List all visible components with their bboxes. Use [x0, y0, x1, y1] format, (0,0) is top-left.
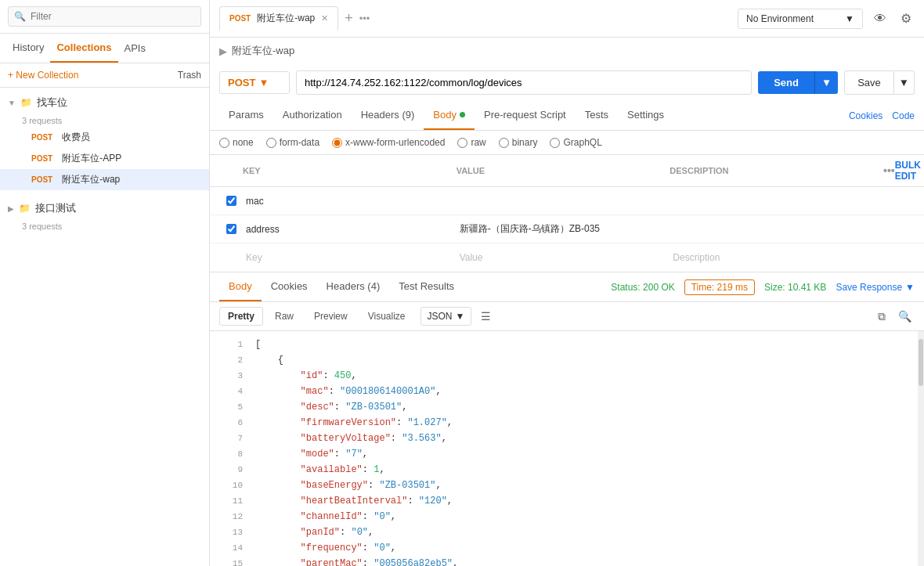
- tab-settings[interactable]: Settings: [618, 101, 673, 130]
- request-tabs: Params Authorization Headers (9) Body Pr…: [210, 101, 924, 131]
- tab-more-button[interactable]: •••: [359, 13, 370, 24]
- code-link[interactable]: Code: [892, 110, 915, 121]
- search-input[interactable]: [8, 6, 201, 27]
- checkbox-1[interactable]: [226, 196, 236, 206]
- response-tab-headers[interactable]: Headers (4): [317, 272, 390, 301]
- sidebar-tab-apis[interactable]: APIs: [118, 34, 152, 62]
- json-line: 6 "firmwareVersion": "1.027",: [210, 416, 918, 431]
- tab-params[interactable]: Params: [219, 101, 273, 130]
- body-option-graphql[interactable]: GraphQL: [550, 137, 601, 148]
- collection-group-1: ▼ 📁 找车位 3 requests POST 收费员 POST 附近车位-AP…: [0, 88, 209, 193]
- body-option-binary[interactable]: binary: [499, 137, 538, 148]
- tab-headers[interactable]: Headers (9): [352, 101, 424, 130]
- collection-header-2[interactable]: ▶ 📁 接口测试: [0, 196, 209, 220]
- format-tab-raw[interactable]: Raw: [266, 307, 302, 326]
- format-type-selector[interactable]: JSON ▼: [420, 307, 472, 326]
- json-line: 11 "heartBeatInterval": "120",: [210, 494, 918, 510]
- json-line: 15 "parentMac": "005056a82eb5",: [210, 557, 918, 566]
- copy-button[interactable]: ⧉: [875, 308, 889, 325]
- tab-body[interactable]: Body: [424, 101, 475, 130]
- new-collection-button[interactable]: + New Collection: [8, 70, 78, 81]
- save-response-chevron-icon: ▼: [905, 282, 915, 293]
- url-input[interactable]: [296, 70, 752, 95]
- save-dropdown-button[interactable]: ▼: [894, 70, 915, 95]
- json-line: 12 "channelId": "0",: [210, 510, 918, 525]
- json-line: 1[: [210, 337, 918, 353]
- save-button[interactable]: Save: [844, 70, 894, 95]
- active-tab[interactable]: POST 附近车位-wap ✕: [219, 6, 338, 31]
- format-icon-button[interactable]: ☰: [478, 308, 494, 324]
- request-item-3[interactable]: POST 附近车位-wap: [0, 169, 209, 190]
- request-item-2[interactable]: POST 附近车位-APP: [0, 148, 209, 169]
- value-cell-1: [457, 198, 670, 204]
- body-option-urlencoded[interactable]: x-www-form-urlencoded: [332, 137, 445, 148]
- body-dot: [460, 112, 465, 117]
- tab-tests[interactable]: Tests: [576, 101, 618, 130]
- search-response-button[interactable]: 🔍: [895, 308, 915, 325]
- checkbox-cell-2[interactable]: [219, 224, 243, 234]
- collapse-arrow-icon[interactable]: ▶: [219, 45, 227, 57]
- format-tab-visualize[interactable]: Visualize: [359, 307, 414, 326]
- format-controls: Pretty Raw Preview Visualize JSON ▼ ☰: [219, 307, 494, 326]
- topbar-right: No Environment ▼ 👁 ⚙: [738, 8, 915, 29]
- response-tabs-bar: Body Cookies Headers (4) Test Results St…: [210, 272, 924, 302]
- value-placeholder[interactable]: Value: [457, 249, 670, 266]
- format-tab-preview[interactable]: Preview: [305, 307, 356, 326]
- response-meta: Status: 200 OK Time: 219 ms Size: 10.41 …: [611, 279, 915, 295]
- trash-button[interactable]: Trash: [178, 70, 201, 81]
- request-name-2: 附近车位-APP: [62, 152, 121, 165]
- form-row-1: mac: [210, 187, 924, 215]
- value-col-header: VALUE: [457, 166, 670, 175]
- topbar: POST 附近车位-wap ✕ + ••• No Environment ▼ 👁…: [210, 0, 924, 38]
- tab-method-badge: POST: [229, 14, 251, 23]
- body-option-form-data[interactable]: form-data: [266, 137, 319, 148]
- three-dots-button[interactable]: •••: [883, 164, 895, 177]
- request-item-1[interactable]: POST 收费员: [0, 127, 209, 148]
- sidebar-tab-history[interactable]: History: [6, 34, 50, 63]
- response-tab-cookies[interactable]: Cookies: [262, 272, 317, 301]
- collection-header-1[interactable]: ▼ 📁 找车位: [0, 91, 209, 114]
- eye-button[interactable]: 👁: [871, 9, 890, 29]
- collection-name-1: 找车位: [37, 96, 67, 110]
- save-response-button[interactable]: Save Response ▼: [836, 282, 915, 293]
- collection-count-1: 3 requests: [0, 114, 209, 127]
- bulk-edit-button[interactable]: Bulk Edit: [895, 160, 921, 182]
- folder-icon: 📁: [20, 97, 32, 108]
- format-tabs: Pretty Raw Preview Visualize: [219, 307, 414, 326]
- tab-authorization[interactable]: Authorization: [273, 101, 352, 130]
- send-button[interactable]: Send: [758, 71, 814, 94]
- response-toolbar: Pretty Raw Preview Visualize JSON ▼ ☰ ⧉ …: [210, 302, 924, 331]
- json-line: 14 "frequency": "0",: [210, 541, 918, 557]
- tab-pre-request[interactable]: Pre-request Script: [475, 101, 576, 130]
- collection-name-2: 接口测试: [35, 201, 76, 215]
- method-label: POST: [228, 77, 255, 88]
- format-tab-pretty[interactable]: Pretty: [219, 307, 263, 326]
- checkbox-2[interactable]: [226, 224, 236, 234]
- settings-button[interactable]: ⚙: [897, 8, 915, 29]
- new-tab-button[interactable]: +: [340, 10, 358, 27]
- cookies-link[interactable]: Cookies: [849, 110, 882, 121]
- collection-group-2: ▶ 📁 接口测试 3 requests: [0, 193, 209, 236]
- format-chevron-icon: ▼: [456, 311, 465, 322]
- method-chevron-icon: ▼: [258, 77, 269, 88]
- key-placeholder[interactable]: Key: [243, 249, 457, 266]
- tab-close-button[interactable]: ✕: [321, 13, 328, 23]
- checkbox-cell-1[interactable]: [219, 196, 243, 206]
- scrollbar[interactable]: [918, 331, 924, 566]
- body-options: none form-data x-www-form-urlencoded raw…: [210, 131, 924, 155]
- request-title-bar: ▶ 附近车位-wap: [210, 38, 924, 64]
- scrollbar-thumb[interactable]: [919, 339, 923, 386]
- response-size: Size: 10.41 KB: [764, 282, 826, 293]
- response-area: Body Cookies Headers (4) Test Results St…: [210, 272, 924, 566]
- response-tab-tests[interactable]: Test Results: [389, 272, 464, 301]
- environment-selector[interactable]: No Environment ▼: [738, 9, 863, 29]
- desc-placeholder[interactable]: Description: [670, 249, 883, 266]
- send-dropdown-button[interactable]: ▼: [814, 71, 838, 94]
- response-tab-body[interactable]: Body: [219, 272, 262, 301]
- collection-count-2: 3 requests: [0, 220, 209, 233]
- body-option-raw[interactable]: raw: [457, 137, 485, 148]
- body-option-none[interactable]: none: [219, 137, 254, 148]
- sidebar-tab-collections[interactable]: Collections: [50, 34, 117, 63]
- method-selector[interactable]: POST ▼: [219, 71, 290, 94]
- json-line: 10 "baseEnergy": "ZB-03501",: [210, 478, 918, 494]
